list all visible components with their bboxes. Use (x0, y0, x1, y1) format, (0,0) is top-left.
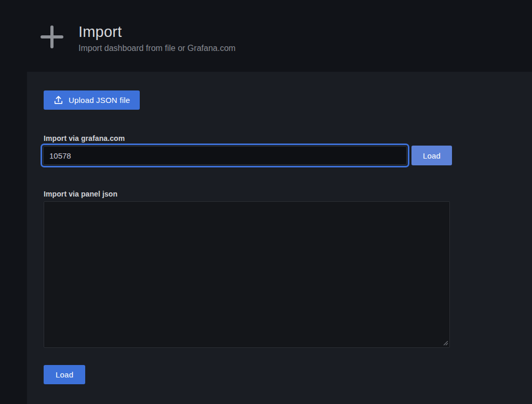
panel-json-label: Import via panel json (44, 190, 532, 198)
content-panel: Upload JSON file Import via grafana.com … (27, 72, 532, 404)
page-header: Import Import dashboard from file or Gra… (0, 0, 532, 72)
gcom-import-row: Load (44, 144, 532, 167)
gcom-import-label: Import via grafana.com (44, 134, 532, 142)
gcom-load-button[interactable]: Load (411, 146, 452, 165)
upload-icon (54, 95, 63, 105)
panel-json-textarea-wrap (44, 201, 450, 348)
upload-json-button[interactable]: Upload JSON file (44, 90, 140, 110)
page-subtitle: Import dashboard from file or Grafana.co… (78, 44, 235, 53)
upload-json-button-label: Upload JSON file (69, 96, 130, 105)
resize-handle-icon[interactable] (442, 340, 448, 346)
plus-icon (39, 24, 64, 51)
header-text: Import Import dashboard from file or Gra… (78, 23, 235, 53)
gcom-input-focus-ring (41, 144, 409, 167)
page-title: Import (78, 23, 235, 41)
gcom-dashboard-id-input[interactable] (43, 146, 407, 165)
panel-json-textarea[interactable] (44, 201, 450, 348)
panel-json-load-button[interactable]: Load (44, 365, 85, 384)
